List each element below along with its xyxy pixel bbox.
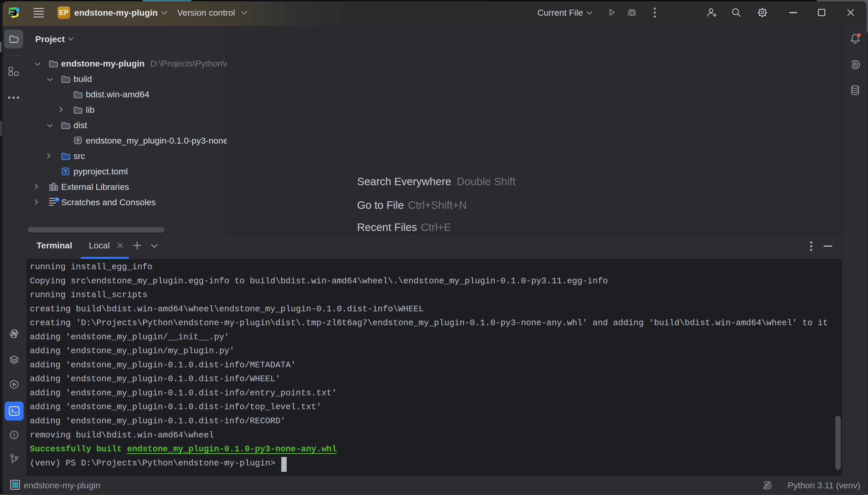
svg-text:PC: PC bbox=[11, 10, 15, 13]
